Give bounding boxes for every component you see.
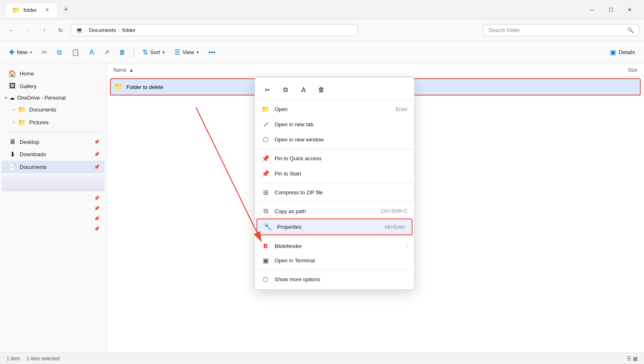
ctx-pin-quick-label: Pin to Quick access	[275, 155, 321, 162]
ctx-sep1	[255, 149, 414, 149]
ctx-properties-shortcut: Alt+Enter	[385, 224, 405, 230]
breadcrumb-folder[interactable]: folder	[122, 27, 136, 33]
ctx-copy-path[interactable]: ⧉ Copy as path Ctrl+Shift+C	[255, 204, 414, 218]
sort-button[interactable]: ⇅ Sort ▾	[138, 46, 169, 59]
copy-icon: ⧉	[57, 49, 62, 56]
list-view-icon[interactable]: ☰	[627, 356, 631, 362]
ctx-terminal-label: Open in Terminal	[275, 257, 315, 264]
sidebar-item-documents2[interactable]: 📄 Documents 📌	[2, 161, 105, 173]
ctx-terminal-icon: ▣	[261, 257, 270, 264]
details-icon: ▣	[610, 48, 616, 56]
details-button[interactable]: ▣ Details	[606, 46, 639, 59]
back-button[interactable]: ←	[5, 24, 18, 37]
grid-view-icon[interactable]: ▦	[633, 356, 637, 362]
breadcrumb[interactable]: 💻 › Documents › folder	[71, 24, 358, 36]
ctx-copy-path-shortcut: Ctrl+Shift+C	[381, 208, 408, 214]
pictures-expand: ›	[13, 120, 14, 125]
new-label: New	[17, 49, 28, 55]
column-name[interactable]: Name ▲	[113, 67, 588, 73]
downloads-label: Downloads	[20, 151, 46, 157]
up-button[interactable]: ↑	[38, 24, 51, 37]
documents2-icon: 📄	[8, 163, 16, 171]
ctx-open-window-icon: ⬡	[261, 136, 270, 143]
ctx-bitdefender[interactable]: B Bitdefender ›	[255, 239, 414, 253]
ctx-compress-label: Compress to ZIP file	[275, 189, 323, 196]
more-button[interactable]: •••	[204, 46, 220, 59]
onedrive-icon: ☁	[9, 95, 15, 101]
cut-button[interactable]: ✂	[38, 46, 51, 59]
documents-icon: 📁	[18, 106, 26, 114]
sidebar-item-gallery[interactable]: 🖼 Gallery	[2, 80, 105, 92]
ctx-compress[interactable]: ⊞ Compress to ZIP file	[255, 185, 414, 200]
ctx-cut-button[interactable]: ✂	[260, 82, 275, 97]
ctx-sep2	[255, 183, 414, 183]
ctx-open-new-window[interactable]: ⬡ Open in new window	[255, 132, 414, 147]
share-button[interactable]: ↗	[100, 46, 113, 59]
copy-button[interactable]: ⧉	[53, 46, 66, 59]
forward-button[interactable]: →	[21, 24, 34, 37]
ctx-delete-button[interactable]: 🗑	[314, 82, 329, 97]
pin1-icon: 📌	[94, 196, 100, 201]
rename-button[interactable]: 𝖠	[85, 46, 98, 59]
ctx-more-label: Show more options	[275, 276, 320, 282]
ctx-pin-quick[interactable]: 📌 Pin to Quick access	[255, 151, 414, 166]
view-icon: ☰	[174, 48, 180, 56]
new-button[interactable]: ✚ New ▾	[5, 46, 36, 59]
refresh-button[interactable]: ↻	[54, 24, 67, 37]
search-box[interactable]: Search folder 🔍	[483, 24, 639, 36]
sort-icon: ⇅	[142, 48, 148, 56]
view-chevron: ▾	[197, 50, 199, 55]
maximize-button[interactable]: ☐	[601, 3, 620, 16]
downloads-pin-icon: 📌	[94, 152, 100, 157]
ctx-open[interactable]: 📁 Open Enter	[255, 102, 414, 117]
ctx-pin-start-icon: 📌	[261, 170, 270, 177]
status-bar: 1 item 1 item selected ☰ ▦	[0, 353, 644, 364]
ctx-pin-start[interactable]: 📌 Pin to Start	[255, 166, 414, 181]
sidebar-item-home[interactable]: 🏠 Home	[2, 67, 105, 80]
tab-close-button[interactable]: ✕	[44, 6, 51, 14]
ctx-properties[interactable]: 🔧 Properties Alt+Enter	[257, 218, 413, 235]
selected-count: 1 item selected	[27, 356, 60, 362]
sidebar-group-onedrive[interactable]: ▾ ☁ OneDrive - Personal	[2, 92, 105, 103]
sidebar-item-pictures[interactable]: › 📁 Pictures	[2, 116, 105, 129]
pin2-icon: 📌	[94, 206, 100, 211]
ctx-bitdefender-arrow: ›	[406, 243, 408, 248]
sidebar-item-pinned2[interactable]: 📌	[2, 203, 105, 214]
paste-button[interactable]: 📋	[67, 46, 84, 59]
pin4-icon: 📌	[94, 226, 100, 232]
breadcrumb-documents[interactable]: Documents	[89, 27, 116, 33]
sidebar-item-documents[interactable]: › 📁 Documents	[2, 103, 105, 116]
sidebar-item-pinned1[interactable]: 📌	[2, 193, 105, 203]
documents-expand: ›	[13, 107, 14, 112]
sidebar-item-pinned4[interactable]: 📌	[2, 224, 105, 234]
sidebar-item-desktop[interactable]: 🖥 Desktop 📌	[2, 136, 105, 148]
tab-folder-icon: 📁	[12, 6, 20, 14]
ctx-open-new-tab[interactable]: ⤢ Open in new tab	[255, 117, 414, 132]
downloads-icon: ⬇	[8, 150, 16, 158]
close-button[interactable]: ✕	[620, 3, 639, 16]
share-icon: ↗	[104, 48, 109, 56]
ctx-copy-button[interactable]: ⧉	[278, 82, 293, 97]
ctx-rename-button[interactable]: 𝖠	[296, 82, 311, 97]
pictures-label: Pictures	[29, 119, 48, 125]
column-size[interactable]: Size	[588, 67, 637, 73]
delete-icon: 🗑	[119, 49, 126, 56]
ctx-copy-path-label: Copy as path	[275, 208, 306, 214]
tab-title: folder	[23, 7, 37, 13]
ctx-bitdefender-icon: B	[261, 243, 270, 249]
sidebar: 🏠 Home 🖼 Gallery ▾ ☁ OneDrive - Personal…	[0, 64, 107, 353]
sort-label: Sort	[150, 49, 160, 55]
cut-icon: ✂	[42, 48, 47, 56]
delete-button[interactable]: 🗑	[115, 46, 130, 59]
ctx-pin-quick-icon: 📌	[261, 155, 270, 162]
ctx-more-options[interactable]: ⬡ Show more options	[255, 272, 414, 287]
new-tab-button[interactable]: +	[60, 3, 73, 16]
minimize-button[interactable]: ─	[582, 3, 601, 16]
view-button[interactable]: ☰ View ▾	[170, 46, 203, 59]
address-bar: ← → ↑ ↻ 💻 › Documents › folder Search fo…	[0, 20, 644, 41]
ctx-open-window-label: Open in new window	[275, 136, 324, 143]
ctx-terminal[interactable]: ▣ Open in Terminal	[255, 253, 414, 268]
active-tab[interactable]: 📁 folder ✕	[5, 2, 58, 17]
sidebar-item-downloads[interactable]: ⬇ Downloads 📌	[2, 148, 105, 161]
sidebar-item-pinned3[interactable]: 📌	[2, 214, 105, 224]
